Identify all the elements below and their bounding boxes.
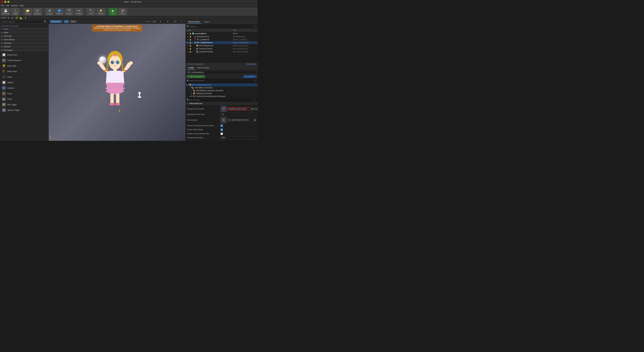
viewport[interactable]: LIGHTING NEEDS TO BE REBUILT (1 unbuilt …: [49, 24, 186, 141]
place-item-point-light[interactable]: 💡 Point Light +: [0, 63, 48, 69]
add-component-button[interactable]: + Add Component ▾: [187, 75, 205, 78]
scale-value-input[interactable]: [172, 20, 178, 23]
ol-item-vrmmodel[interactable]: 👁 🔒 🎭 BP_VrmModelActor Edit BP_VrmModelA…: [186, 41, 258, 44]
play-button[interactable]: ▶ Play: [109, 8, 118, 15]
retarget-src-input[interactable]: [227, 107, 250, 110]
ol-item-atmfog[interactable]: 👁 🔒 ☁ AtmosphericFog AtmosphericFog: [186, 35, 258, 38]
comp-anim-control[interactable]: ▶ ⚙ BP_VrmAnimControlComponent (Inherite…: [186, 95, 258, 98]
lock-icon-camera[interactable]: 🔒: [189, 48, 191, 50]
comp-skeletal-mesh[interactable]: ▼ 🦴 SkeletalMesh (Inherited): [186, 86, 258, 89]
ol-item-lookat[interactable]: 👁 🔒 📍 BP_LookAtPoint Edit BP_LookAtPoint: [186, 38, 258, 41]
place-item-box-trigger[interactable]: 📦 Box Trigger +: [0, 102, 48, 107]
category-volumes[interactable]: ▶ Volumes: [0, 45, 48, 48]
mode-walk-icon[interactable]: 🚶: [24, 16, 28, 19]
source-control-button[interactable]: ↕ Source Control: [11, 8, 20, 15]
place-item-sphere-trigger[interactable]: 🔮 Sphere Trigger +: [0, 107, 48, 113]
search-classes-input[interactable]: [2, 21, 44, 23]
aoshadow-check[interactable]: [220, 141, 223, 141]
edit-blueprint-button[interactable]: Edit Blueprint: [243, 75, 256, 78]
eye-icon-posebrig[interactable]: 👁: [187, 51, 189, 53]
comp-opts-icon[interactable]: ⚙: [255, 80, 256, 82]
place-item-plane[interactable]: ▬ Plane +: [0, 96, 48, 102]
settings-button[interactable]: ⚙ Settings: [45, 8, 54, 15]
lock-icon-vrmmodel[interactable]: 🔒: [189, 42, 191, 43]
build-button[interactable]: 🔨 Build: [87, 8, 96, 15]
lock-icon-mtoon[interactable]: 🔒: [189, 45, 191, 47]
tab-world-outliner[interactable]: World Outliner: [187, 20, 202, 24]
outline-model-check[interactable]: [220, 129, 223, 131]
mode-foliage-icon[interactable]: 🌿: [15, 16, 18, 19]
lock-icon-pose3[interactable]: 🔒: [189, 33, 191, 34]
menu-help[interactable]: Help: [20, 4, 24, 6]
blueprints-button[interactable]: 🔷 Blueprints: [55, 8, 64, 15]
mode-select-icon[interactable]: 🖱: [7, 16, 10, 19]
shadowmap-dist-input[interactable]: [220, 136, 256, 139]
comp-child-actor[interactable]: ▶ 📦 ChildActor (Inherited): [186, 92, 258, 95]
perspective-button[interactable]: Perspective: [50, 20, 62, 23]
eye-icon-camera[interactable]: 👁: [187, 48, 189, 50]
lock-icon-atmfog[interactable]: 🔒: [189, 36, 191, 37]
comp-skeletal-retarget[interactable]: ▶ 🦴 SkeletalMesh_retargetSrc (Inherited): [186, 89, 258, 92]
tab-layers[interactable]: Layers: [203, 20, 211, 24]
launch-button[interactable]: 🚀 Launch: [118, 8, 127, 15]
preview-browse-btn[interactable]: ▾: [254, 119, 256, 121]
vr-mode-button[interactable]: 👓 VR Mode: [74, 8, 83, 15]
ol-item-posebrig[interactable]: 👁 🔒 🦴 CharacterPoseRig Edit CharacterPos…: [186, 50, 258, 53]
menu-edit[interactable]: Edit: [6, 4, 9, 6]
place-item-cube[interactable]: ⬛ Cube +: [0, 74, 48, 80]
lock-icon-posebrig[interactable]: 🔒: [189, 51, 191, 53]
eye-icon-atmfog[interactable]: 👁: [187, 36, 189, 37]
place-item-empty-actor[interactable]: ⬜ Empty Actor +: [0, 52, 48, 58]
eye-icon-pose3[interactable]: 👁: [187, 33, 189, 34]
minimize-button[interactable]: [4, 1, 6, 3]
maximize-button[interactable]: [8, 1, 10, 3]
actor-name-input[interactable]: [187, 71, 256, 74]
place-item-cone[interactable]: 🔺 Cone +: [0, 91, 48, 96]
menu-window[interactable]: Window: [11, 4, 18, 6]
place-item-player-start[interactable]: 🚩 Player Start +: [0, 69, 48, 74]
place-item-sphere[interactable]: ⚪ Sphere +: [0, 80, 48, 85]
marketplace-button[interactable]: 🛒 Marketplace: [33, 8, 42, 15]
comp-search-input[interactable]: [189, 80, 255, 82]
mode-paint-icon[interactable]: 🖌: [11, 16, 14, 19]
tab-world-settings[interactable]: World Settings: [196, 66, 211, 70]
comp-root[interactable]: ▼ 📦 BP_VrmModelActor(self): [186, 83, 258, 86]
cast-shadow-check[interactable]: [220, 125, 223, 127]
ol-item-pose3[interactable]: 👁 🔒 🌍 pose3 (Editor) World: [186, 32, 258, 35]
category-basic[interactable]: ▼ Basic: [0, 27, 48, 31]
compile-button[interactable]: ⚡ Compile: [96, 8, 105, 15]
vrm-section-header[interactable]: ▼ Vrm Asset List: [186, 102, 258, 105]
retarget-goto-btn[interactable]: →: [254, 108, 258, 110]
category-vfx[interactable]: ▶ Visual Effects: [0, 38, 48, 41]
cinematics-button[interactable]: 🎬 Cinematics: [65, 8, 74, 15]
angle-value-input[interactable]: [165, 20, 171, 23]
place-item-empty-character[interactable]: 🧍 Empty Character +: [0, 58, 48, 63]
category-lights[interactable]: ▶ Lights: [0, 31, 48, 34]
outliner-filter-icon[interactable]: ⚙: [255, 25, 256, 27]
eye-icon-mtoon[interactable]: 👁: [187, 45, 189, 47]
view-options-link[interactable]: View Options: [246, 63, 256, 65]
grid-value-input[interactable]: [157, 20, 164, 23]
place-item-cylinder[interactable]: 🔵 Cylinder +: [0, 85, 48, 91]
category-all[interactable]: ▶ All Classes: [0, 49, 48, 52]
ol-item-mtoon[interactable]: 👁 🔒 🎨 MToonAttachActor1 Edit MToonAttach…: [186, 44, 258, 47]
outliner-search-input[interactable]: [190, 25, 254, 27]
modes-label[interactable]: Modes: [1, 17, 6, 18]
show-button[interactable]: Show: [70, 20, 77, 23]
close-button[interactable]: [1, 1, 3, 3]
category-geometry[interactable]: ▶ Geometry: [0, 41, 48, 45]
anim-rate-input[interactable]: [220, 113, 256, 116]
lock-icon-lookat[interactable]: 🔒: [189, 39, 191, 40]
category-cinematic[interactable]: ▶ Cinematic: [0, 34, 48, 38]
disable-shadow-check[interactable]: [220, 133, 223, 135]
menu-file[interactable]: File: [1, 4, 4, 6]
lit-button[interactable]: Lit: [64, 20, 69, 23]
mode-geometry-icon[interactable]: 📐: [19, 16, 23, 19]
tab-details[interactable]: Details: [187, 66, 196, 70]
save-current-button[interactable]: 💾 Save Current: [1, 8, 10, 15]
retarget-browse-btn[interactable]: ▾: [251, 108, 254, 110]
eye-icon-lookat[interactable]: 👁: [187, 39, 189, 40]
det-search-input[interactable]: [189, 99, 253, 101]
eye-icon-vrmmodel[interactable]: 👁: [187, 42, 189, 43]
ol-item-camera[interactable]: 👁 🔒 📷 CharacterCamera Edit CharacterCame…: [186, 47, 258, 50]
